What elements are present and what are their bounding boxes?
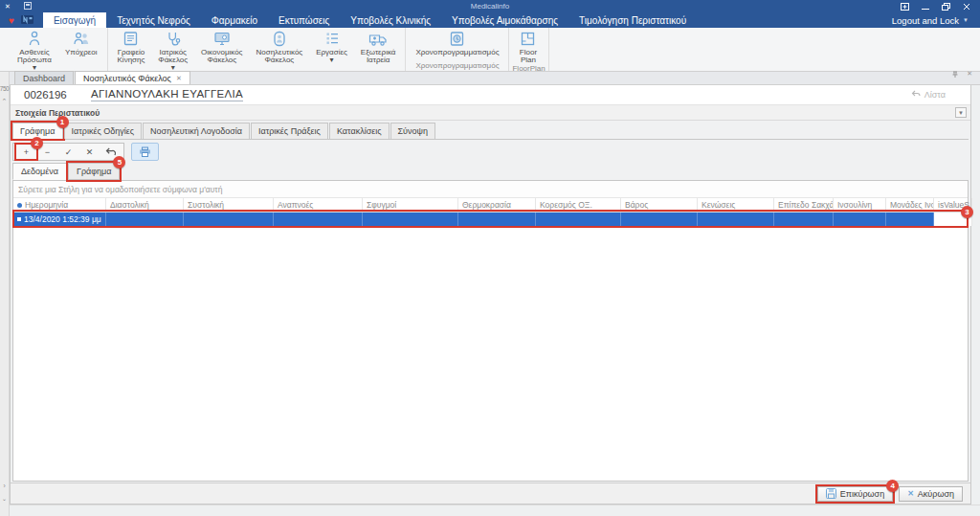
- ribbon-tab[interactable]: Τεχνητός Νεφρός: [106, 12, 201, 28]
- ribbon-tab[interactable]: Φαρμακείο: [201, 12, 268, 28]
- column-label: Θερμοκρασία: [462, 200, 511, 210]
- quick-app-icon[interactable]: [24, 2, 32, 11]
- column-label: Αναπνοές: [278, 200, 313, 210]
- column-label: Ινσουλίνη: [837, 200, 872, 210]
- record-tab[interactable]: Ιατρικές Πράξεις: [251, 123, 328, 139]
- scheduling-button[interactable]: Χρονοπρογραμματισμός: [409, 29, 505, 56]
- grid-column-header[interactable]: Ινσουλίνη: [834, 198, 886, 212]
- reject-button[interactable]: ✕: [79, 145, 100, 159]
- restore-button[interactable]: [942, 3, 950, 11]
- grid-column-header[interactable]: Κορεσμός ΟΞ.: [536, 198, 621, 212]
- view-tab[interactable]: Γράφημα5: [68, 163, 121, 180]
- grid-column-header[interactable]: Μονάδες Ινσ: [886, 198, 934, 212]
- table-row[interactable]: 13/4/2020 1:52:39 μμ: [13, 213, 968, 226]
- confirm-button[interactable]: Επικύρωση 4: [817, 486, 893, 502]
- ribbon-group-buttons: Χρονοπρογραμματισμός: [409, 29, 505, 61]
- add-button[interactable]: +2: [16, 145, 36, 159]
- tasks-icon: [323, 30, 341, 48]
- grid-column-header[interactable]: Συστολική: [184, 198, 274, 212]
- patient-person-button[interactable]: Ασθενείς Πρόσωπα ▾: [11, 29, 58, 72]
- grid-column-header[interactable]: Θερμοκρασία: [458, 198, 536, 212]
- people-button[interactable]: Υπόχρεοι: [58, 29, 104, 56]
- grid-cell: [536, 213, 621, 226]
- patient-person-icon: [26, 30, 43, 48]
- accept-button[interactable]: ✓: [58, 145, 78, 159]
- ribbon-button-label: Ιατρικός Φάκελος ▾: [158, 49, 188, 72]
- quick-close-icon[interactable]: ✕: [5, 3, 11, 10]
- view-tab[interactable]: Δεδομένα: [12, 163, 67, 180]
- grid-header-row: ΗμερομηνίαΔιαστολικήΣυστολικήΑναπνοέςΣφυ…: [13, 198, 968, 213]
- data-grid: Σύρετε μια Στήλη για να ομαδοποιήσετε σύ…: [12, 180, 969, 482]
- record-tab[interactable]: Ιατρικές Οδηγίες: [64, 123, 143, 139]
- ribbon-button-label: Floor Plan: [520, 49, 537, 64]
- minimize-button[interactable]: [922, 3, 929, 11]
- ribbon-tab[interactable]: Τιμολόγηση Περιστατικού: [568, 12, 697, 28]
- ribbon-tab-list: ΕισαγωγήΤεχνητός ΝεφρόςΦαρμακείοΕκτυπώσε…: [43, 12, 697, 28]
- record-tab[interactable]: Νοσηλευτική Λογοδοσία: [143, 123, 250, 139]
- doc-tab[interactable]: Dashboard: [14, 71, 74, 84]
- app-logo-icon[interactable]: [21, 11, 33, 29]
- grid-column-header[interactable]: Επίπεδο Σακχάρου: [774, 198, 834, 212]
- grid-column-header[interactable]: isValueS: [934, 198, 972, 212]
- ambulance-button[interactable]: Εξωτερικά Ιατρεία: [354, 29, 403, 64]
- grid-column-header[interactable]: Βάρος: [621, 198, 698, 212]
- nursing-record-icon: [271, 30, 288, 48]
- cancel-button[interactable]: ✕ Ακύρωση: [899, 486, 963, 502]
- ribbon-tab[interactable]: Εκτυπώσεις: [268, 12, 340, 28]
- pin-icon[interactable]: [951, 65, 959, 82]
- ribbon-group: Floor PlanFloorPlan: [509, 28, 548, 71]
- tasks-button[interactable]: Εργασίες ▾: [309, 29, 354, 64]
- medical-record-button[interactable]: Ιατρικός Φάκελος ▾: [151, 29, 194, 72]
- ribbon-button-label: Ασθενείς Πρόσωπα ▾: [17, 49, 52, 72]
- section-collapse-button[interactable]: ▼: [955, 107, 967, 118]
- chevron-down-icon[interactable]: ⌄: [2, 495, 7, 503]
- fullscreen-button[interactable]: [901, 3, 909, 11]
- cell-value: 13/4/2020 1:52:39 μμ: [24, 214, 101, 224]
- close-tab-icon[interactable]: ✕: [176, 75, 182, 82]
- ribbon-button-label: Υπόχρεοι: [65, 49, 98, 56]
- grid-column-header[interactable]: Ημερομηνία: [13, 198, 106, 212]
- ribbon-group: ΧρονοπρογραμματισμόςΧρονοπρογραμματισμός: [406, 28, 509, 71]
- ambulance-icon: [368, 30, 389, 48]
- grid-column-header[interactable]: Διαστολική: [106, 198, 184, 212]
- admissions-office-button[interactable]: Γραφείο Κίνησης: [111, 29, 152, 64]
- floor-plan-button[interactable]: Floor Plan: [512, 29, 544, 64]
- section-header: Στοιχεία Περιστατικού ▼: [11, 105, 970, 121]
- ribbon-group-buttons: Floor Plan: [512, 29, 545, 64]
- grid-column-header[interactable]: Αναπνοές: [274, 198, 363, 212]
- left-side-strip[interactable]: 750 ⌃ › ⌄: [0, 72, 10, 516]
- quick-access-toolbar: ✕: [0, 2, 32, 11]
- grid-column-header[interactable]: Κενώσεις: [698, 198, 774, 212]
- medical-record-icon: [164, 30, 182, 48]
- close-panel-icon[interactable]: ✕: [967, 70, 972, 78]
- doc-tab-label: Dashboard: [23, 74, 65, 83]
- list-button[interactable]: Λίστα: [911, 90, 946, 100]
- collapse-up-icon[interactable]: ⌃: [2, 98, 8, 105]
- column-label: Διαστολική: [110, 200, 149, 210]
- ribbon-tab[interactable]: Υποβολές Αιμοκάθαρσης: [441, 12, 568, 28]
- ribbon-group-label: Χρονοπρογραμματισμός: [409, 61, 505, 71]
- view-tab-bar: ΔεδομέναΓράφημα5: [12, 163, 121, 180]
- record-tab-bar: Γράφημα1Ιατρικές ΟδηγίεςΝοσηλευτική Λογο…: [12, 123, 969, 140]
- ribbon-tab-row: ♥ ΕισαγωγήΤεχνητός ΝεφρόςΦαρμακείοΕκτυπώ…: [0, 12, 980, 28]
- ribbon-button-label: Γραφείο Κίνησης: [118, 49, 145, 64]
- close-button[interactable]: [963, 3, 970, 11]
- grid-column-header[interactable]: Σφυγμοί: [363, 198, 458, 212]
- grid-cell: [621, 213, 698, 226]
- ribbon-tab[interactable]: Εισαγωγή: [43, 12, 106, 28]
- ribbon-tab[interactable]: Υποβολές Κλινικής: [340, 12, 441, 28]
- expand-right-icon[interactable]: ›: [3, 482, 5, 489]
- doc-tab[interactable]: Νοσηλευτικός Φάκελος✕: [75, 71, 190, 84]
- confirm-label: Επικύρωση: [840, 489, 884, 499]
- logout-and-lock-button[interactable]: Logout and Lock ▼: [892, 12, 980, 28]
- nursing-record-button[interactable]: Νοσηλευτικός Φάκελος: [249, 29, 309, 64]
- print-button[interactable]: [131, 143, 159, 161]
- record-tab[interactable]: Σύνοψη: [390, 123, 435, 139]
- application-window: ✕ Medicalinfo ♥ ΕισαγωγήΤεχνητός ΝεφρόςΦ…: [0, 0, 980, 516]
- record-tab[interactable]: Κατακλίσεις: [329, 123, 390, 139]
- favorites-heart-icon[interactable]: ♥: [0, 15, 21, 26]
- section-title: Στοιχεία Περιστατικού: [15, 108, 100, 118]
- annotation-badge: 2: [31, 137, 43, 149]
- financial-record-button[interactable]: Οικονομικός Φάκελος: [194, 29, 249, 64]
- column-label: Ημερομηνία: [25, 200, 68, 210]
